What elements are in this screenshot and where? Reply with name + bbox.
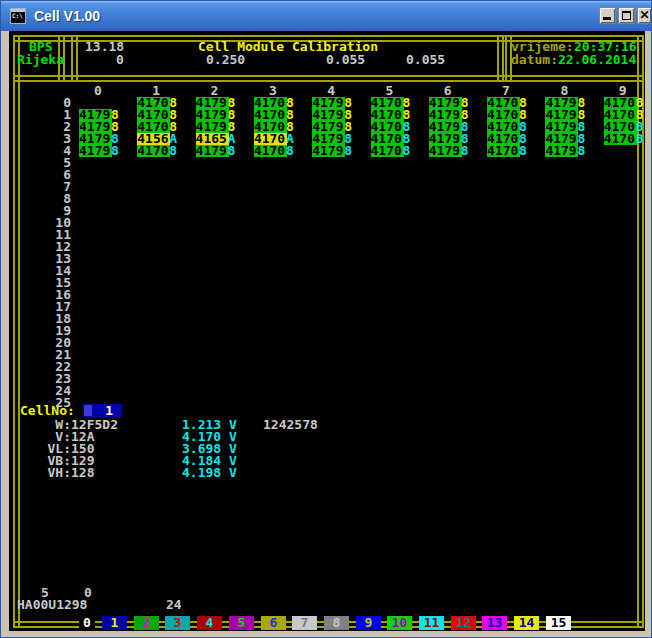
grid-cell[interactable]: 4170 xyxy=(137,145,170,157)
header-divider-2 xyxy=(71,35,78,82)
grid-cell[interactable]: 4179 xyxy=(545,145,578,157)
legend-swatch-10: 10 xyxy=(387,616,412,630)
legend-swatch-15: 15 xyxy=(546,616,571,630)
legend-swatch-0: 0 xyxy=(79,616,95,630)
header-param-1: 0.250 xyxy=(206,54,245,66)
header-value-bottom: 0 xyxy=(116,54,124,66)
cellno-label: CellNo: xyxy=(20,405,75,417)
maximize-button[interactable] xyxy=(618,7,635,24)
param-voltage: 4.198 V xyxy=(182,467,237,479)
status-count: 24 xyxy=(166,599,182,611)
header-param-3: 0.055 xyxy=(406,54,445,66)
grid-cell-suffix: 8 xyxy=(286,145,294,157)
grid-cell-suffix: 8 xyxy=(403,145,411,157)
cellno-value: 1 xyxy=(105,404,113,417)
minimize-icon xyxy=(603,17,611,20)
grid-cell-suffix: 8 xyxy=(519,145,527,157)
status-code: HA00U1298 xyxy=(17,599,87,611)
legend-swatch-12: 12 xyxy=(451,616,476,630)
frame-divider-line xyxy=(13,75,644,82)
legend-swatch-14: 14 xyxy=(514,616,539,630)
legend-swatch-4: 4 xyxy=(197,616,222,630)
maximize-icon xyxy=(622,11,631,20)
grid-cell[interactable]: 4179 xyxy=(196,145,229,157)
grid-cell[interactable]: 4170 xyxy=(604,133,637,145)
station-city: Rijeka xyxy=(17,54,64,66)
window-title: Cell V1.00 xyxy=(34,8,100,24)
date-value: 22.06.2014 xyxy=(558,54,636,66)
date-label: datum: xyxy=(511,54,558,66)
legend-swatch-13: 13 xyxy=(482,616,507,630)
grid-cell[interactable]: 4170 xyxy=(487,145,520,157)
grid-cell[interactable]: 4179 xyxy=(429,145,462,157)
legend-swatch-3: 3 xyxy=(165,616,190,630)
header-divider-3 xyxy=(497,35,504,82)
grid-cell-suffix: 8 xyxy=(169,145,177,157)
grid-cell-suffix: 8 xyxy=(228,145,236,157)
grid-cell-suffix: 8 xyxy=(577,145,585,157)
header-param-2: 0.055 xyxy=(326,54,365,66)
grid-cell-suffix: 8 xyxy=(111,145,119,157)
legend-swatch-5: 5 xyxy=(229,616,254,630)
param-value: 128 xyxy=(71,467,94,479)
grid-cell[interactable]: 4179 xyxy=(79,145,112,157)
cellno-input[interactable]: 1 xyxy=(83,404,122,417)
legend-swatch-6: 6 xyxy=(261,616,286,630)
grid-cell-suffix: 8 xyxy=(636,133,644,145)
text-cursor xyxy=(84,405,92,416)
param-label: VH: xyxy=(15,467,71,479)
console-icon: C:\ xyxy=(10,8,26,24)
close-icon: ✕ xyxy=(638,8,651,23)
console-icon-text: C:\ xyxy=(12,13,23,19)
grid-cell-suffix: 8 xyxy=(344,145,352,157)
frame-left-line xyxy=(13,35,20,628)
legend-swatch-7: 7 xyxy=(292,616,317,630)
grid-cell[interactable]: 4170 xyxy=(371,145,404,157)
legend-swatch-9: 9 xyxy=(356,616,381,630)
minimize-button[interactable] xyxy=(599,7,616,24)
legend-swatch-8: 8 xyxy=(324,616,349,630)
legend-swatch-2: 2 xyxy=(134,616,159,630)
title-bar[interactable]: C:\ Cell V1.00 ✕ xyxy=(1,1,651,31)
close-button[interactable]: ✕ xyxy=(637,7,652,24)
app-window: C:\ Cell V1.00 ✕ BPS Rijeka 13.18 0 Cell… xyxy=(0,0,652,638)
grid-col-header: 0 xyxy=(94,85,102,97)
grid-cell-suffix: 8 xyxy=(461,145,469,157)
param-extra: 1242578 xyxy=(263,419,318,431)
legend-swatch-11: 11 xyxy=(419,616,444,630)
grid-cell[interactable]: 4179 xyxy=(312,145,345,157)
legend-swatch-1: 1 xyxy=(102,616,127,630)
grid-cell[interactable]: 4170 xyxy=(254,145,287,157)
